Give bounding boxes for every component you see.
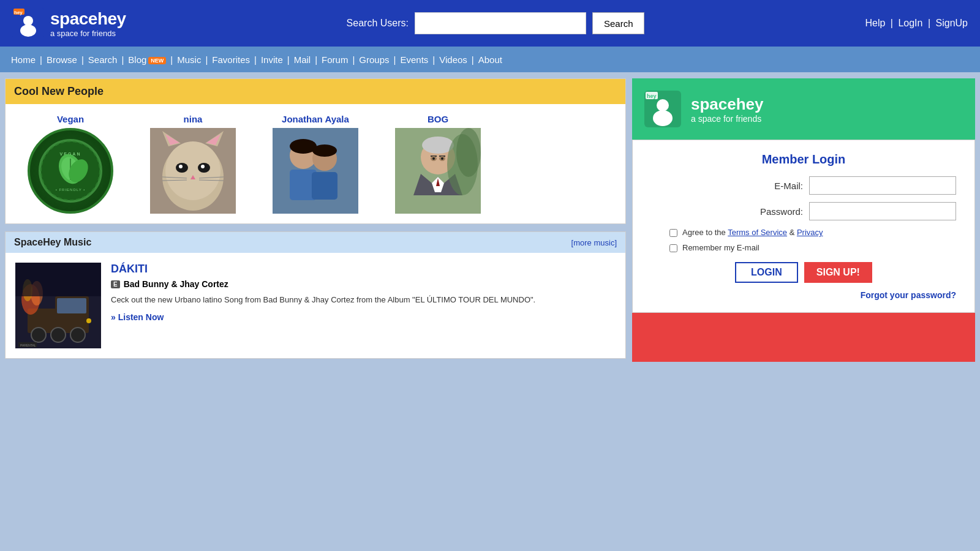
- listen-now-link[interactable]: Listen Now: [111, 312, 164, 322]
- svg-point-53: [51, 328, 66, 342]
- right-column: hey spacehey a space for friends Member …: [632, 78, 975, 362]
- nav-browse[interactable]: Browse: [43, 54, 81, 65]
- nav-forum[interactable]: Forum: [318, 54, 352, 65]
- forgot-password-section: Forgot your password?: [651, 290, 956, 300]
- promo-logo-icon: hey: [644, 91, 681, 127]
- person-card-jonathan: Jonathan Ayala: [260, 114, 371, 214]
- signup-link[interactable]: SignUp: [936, 18, 968, 28]
- promo-subtitle: a space for friends: [691, 114, 764, 124]
- music-section: SpaceHey Music [more music]: [5, 231, 626, 359]
- login-link[interactable]: LogIn: [898, 18, 922, 28]
- svg-point-54: [70, 328, 85, 342]
- person-name-nina[interactable]: nina: [184, 114, 203, 124]
- music-body: PARENTAL DÁKITI E Bad Bunny & Jhay Corte…: [6, 253, 625, 358]
- svg-text:hey: hey: [647, 93, 657, 99]
- nav-search[interactable]: Search: [85, 54, 121, 65]
- remember-label: Remember my E-mail: [682, 243, 760, 252]
- password-input[interactable]: [809, 202, 956, 220]
- member-login-box: Member Login E-Mail: Password: Agree to …: [632, 140, 975, 313]
- terms-link[interactable]: Terms of Service: [728, 228, 787, 237]
- terms-checkbox[interactable]: [669, 229, 677, 237]
- signup-button[interactable]: SIGN UP!: [804, 262, 872, 283]
- header-links: Help | LogIn | SignUp: [865, 18, 968, 29]
- logo-text: spacehey a space for friends: [50, 9, 126, 38]
- cnp-body: Vegan VEGAN • FRIENDLY •: [6, 104, 625, 223]
- svg-text:PARENTAL: PARENTAL: [20, 343, 36, 347]
- svg-point-45: [441, 157, 443, 160]
- music-artist-row: E Bad Bunny & Jhay Cortez: [111, 279, 616, 289]
- main-content: Cool New People Vegan VEGAN • FRIENDLY •: [0, 72, 980, 368]
- person-card-bog: BOG: [383, 114, 493, 214]
- nav-blog[interactable]: BlogNEW: [124, 54, 170, 65]
- music-info: DÁKITI E Bad Bunny & Jhay Cortez Ceck ou…: [111, 263, 616, 348]
- nav-home[interactable]: Home: [7, 54, 39, 65]
- navbar: Home | Browse | Search | BlogNEW | Music…: [0, 47, 980, 72]
- promo-title: spacehey: [691, 95, 764, 114]
- password-label: Password:: [754, 206, 803, 217]
- spacehey-promo-banner: hey spacehey a space for friends: [632, 78, 975, 140]
- svg-point-55: [86, 318, 91, 323]
- person-card-nina: nina: [138, 114, 248, 214]
- svg-point-4: [20, 24, 36, 37]
- person-name-vegan[interactable]: Vegan: [57, 114, 84, 124]
- search-users-button[interactable]: Search: [592, 12, 645, 34]
- cnp-title: Cool New People: [14, 85, 104, 97]
- password-row: Password:: [651, 202, 956, 220]
- privacy-link[interactable]: Privacy: [797, 228, 823, 237]
- email-input[interactable]: [809, 176, 956, 195]
- music-section-title: SpaceHey Music: [14, 237, 91, 248]
- logo-icon: hey: [12, 7, 44, 39]
- more-music-link[interactable]: [more music]: [571, 238, 617, 247]
- music-album-art: PARENTAL: [15, 263, 101, 348]
- avatar-bog: [395, 128, 481, 214]
- music-artist: Bad Bunny & Jhay Cortez: [124, 279, 228, 289]
- svg-text:• FRIENDLY •: • FRIENDLY •: [56, 188, 86, 192]
- svg-point-15: [165, 141, 221, 200]
- person-name-jonathan[interactable]: Jonathan Ayala: [282, 114, 349, 124]
- cool-new-people-section: Cool New People Vegan VEGAN • FRIENDLY •: [5, 78, 626, 224]
- remember-checkbox-row: Remember my E-mail: [651, 243, 956, 252]
- svg-point-3: [23, 16, 33, 26]
- nav-music[interactable]: Music: [173, 54, 205, 65]
- svg-point-19: [201, 165, 205, 168]
- nav-videos[interactable]: Videos: [435, 54, 471, 65]
- email-label: E-Mail:: [754, 181, 803, 191]
- promo-logo-text: spacehey a space for friends: [691, 95, 764, 124]
- nav-invite[interactable]: Invite: [257, 54, 287, 65]
- forgot-password-link[interactable]: Forgot your password?: [861, 290, 956, 300]
- remember-checkbox[interactable]: [669, 244, 677, 252]
- help-link[interactable]: Help: [865, 18, 885, 28]
- svg-point-65: [657, 99, 669, 111]
- svg-point-44: [432, 157, 435, 160]
- avatar-nina: [150, 128, 236, 214]
- svg-point-66: [653, 110, 673, 126]
- svg-rect-51: [57, 298, 86, 313]
- new-badge: NEW: [148, 57, 166, 64]
- svg-rect-59: [15, 263, 101, 296]
- terms-checkbox-row: Agree to the Terms of Service & Privacy: [651, 228, 956, 237]
- explicit-badge: E: [111, 280, 120, 288]
- music-header: SpaceHey Music [more music]: [6, 232, 625, 253]
- search-users-label: Search Users:: [347, 18, 409, 29]
- avatar-jonathan: [273, 128, 358, 214]
- site-header: hey spacehey a space for friends Search …: [0, 0, 980, 47]
- left-column: Cool New People Vegan VEGAN • FRIENDLY •: [5, 78, 626, 362]
- avatar-vegan: VEGAN • FRIENDLY •: [28, 128, 113, 214]
- music-title: DÁKITI: [111, 263, 616, 276]
- search-area: Search Users: Search: [347, 12, 645, 34]
- login-button[interactable]: LOGIN: [735, 262, 798, 283]
- login-buttons: LOGIN SIGN UP!: [651, 262, 956, 283]
- nav-about[interactable]: About: [475, 54, 506, 65]
- site-subtitle: a space for friends: [50, 29, 126, 38]
- nav-groups[interactable]: Groups: [355, 54, 393, 65]
- music-description: Ceck out the new Urbano latino Song from…: [111, 294, 616, 306]
- nav-mail[interactable]: Mail: [290, 54, 315, 65]
- nav-favorites[interactable]: Favorites: [208, 54, 254, 65]
- person-name-bog[interactable]: BOG: [428, 114, 448, 124]
- svg-point-47: [456, 128, 481, 177]
- svg-point-35: [312, 144, 337, 157]
- nav-events[interactable]: Events: [396, 54, 432, 65]
- logo-area: hey spacehey a space for friends: [12, 7, 126, 39]
- search-users-input[interactable]: [415, 12, 586, 34]
- site-title: spacehey: [50, 9, 126, 29]
